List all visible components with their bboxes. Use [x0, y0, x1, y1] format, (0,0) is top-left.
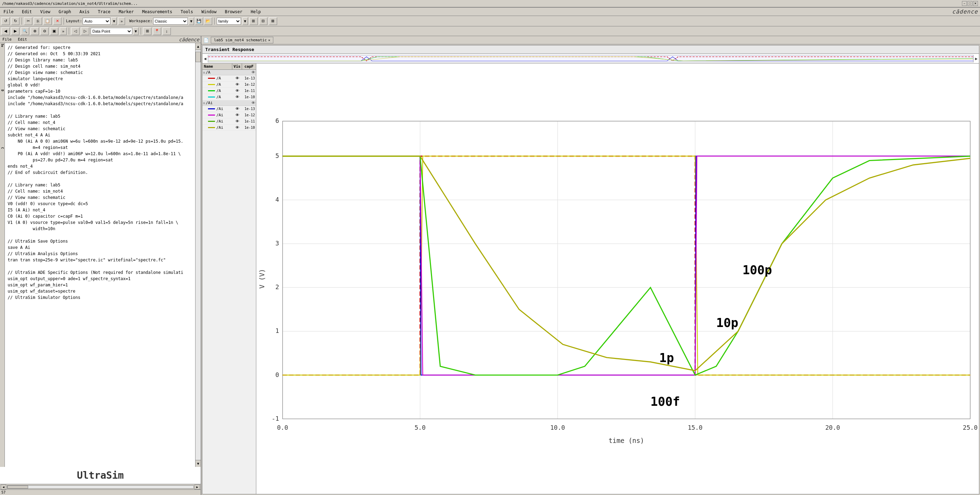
nav-preview[interactable] [208, 55, 974, 62]
maximize-btn[interactable]: □ [967, 1, 972, 6]
menu-help[interactable]: Help [249, 9, 262, 15]
group-Ai-name: /Ai [205, 101, 213, 105]
back-btn[interactable]: ◀ [2, 27, 10, 35]
more-btn2[interactable]: » [60, 27, 67, 35]
svg-text:V (V): V (V) [258, 269, 266, 289]
layout-label: Layout: [66, 19, 82, 23]
menu-file[interactable]: File [2, 9, 15, 15]
menu-browser[interactable]: Browser [223, 9, 244, 15]
icon-btn3[interactable]: ⊠ [269, 17, 277, 25]
signal-row-A-cyan[interactable]: /A 👁 1e-10 [202, 94, 256, 100]
waveform-titlebar: 📄 lab5 sim_not4 schematic ✕ [201, 36, 980, 44]
minimize-btn[interactable]: − [962, 1, 967, 6]
group-Ai-collapse-icon: ⊟ [203, 102, 205, 105]
family-dropdown-btn[interactable]: ▼ [242, 17, 248, 25]
menu-tools[interactable]: Tools [179, 9, 194, 15]
icon-btn2[interactable]: ⊟ [259, 17, 267, 25]
group-A-eye-icon[interactable]: 👁 [251, 70, 255, 75]
nav-right-arrow[interactable]: ▶ [974, 56, 978, 61]
datapoint-select[interactable]: Data Point [91, 28, 132, 35]
delete-btn[interactable]: ✕ [53, 17, 62, 25]
layout-select[interactable]: Auto [83, 18, 110, 25]
right-panel: 📄 lab5 sim_not4 schematic ✕ Transient Re… [201, 36, 980, 495]
menu-measurements[interactable]: Measurements [141, 9, 173, 15]
group-A-name: /A [205, 70, 210, 75]
signal-row-Ai-green2[interactable]: /Ai 👁 1e-11 [202, 118, 256, 125]
workspace-save-btn[interactable]: 💾 [195, 17, 203, 25]
paste-btn[interactable]: 📋 [43, 17, 52, 25]
icon-btn1[interactable]: ⊞ [249, 17, 258, 25]
left-panel: File Edit cādence Su D C // Generated fo… [0, 36, 201, 495]
more-btn1[interactable]: » [118, 17, 125, 25]
left-scrollbar[interactable]: ▲ ▼ [195, 43, 201, 467]
workspace-load-btn[interactable]: 📂 [204, 17, 212, 25]
workspace-select[interactable]: Classic [153, 18, 188, 25]
zoom-out-btn[interactable]: ⊖ [40, 27, 49, 35]
datapoint-wrap: Data Point ▼ [91, 27, 138, 35]
signal-group-A[interactable]: ⊟ /A 👁 [202, 70, 256, 75]
menu-trace[interactable]: Trace [97, 9, 112, 15]
left-menu-edit[interactable]: Edit [17, 37, 29, 42]
workspace-dropdown-btn[interactable]: ▼ [189, 17, 194, 25]
side-indicator-d: D [1, 90, 4, 91]
svg-text:4: 4 [275, 196, 279, 203]
cut-btn[interactable]: ✂ [24, 17, 32, 25]
cadence-logo: cādence [952, 8, 978, 15]
zoom-fit-btn[interactable]: ⊕ [30, 27, 39, 35]
menu-edit[interactable]: Edit [21, 9, 33, 15]
top-menubar: File Edit View Graph Axis Trace Marker M… [0, 8, 980, 16]
group-Ai-eye-icon[interactable]: 👁 [251, 101, 255, 105]
col-vis-header: Vis [232, 63, 242, 70]
signal-group-Ai[interactable]: ⊟ /Ai 👁 [202, 100, 256, 106]
svg-text:5: 5 [275, 152, 279, 159]
marker-btn[interactable]: 📍 [153, 27, 161, 35]
transient-area: Transient Response ◀ [202, 45, 979, 494]
svg-rect-0 [208, 55, 974, 62]
family-select[interactable]: family [217, 18, 241, 25]
left-status-bar: 57 [0, 489, 201, 495]
signal-row-A-green[interactable]: /A 👁 1e-11 [202, 88, 256, 94]
left-menu-file[interactable]: File [2, 37, 13, 42]
menu-axis[interactable]: Axis [78, 9, 91, 15]
pan-right-btn[interactable]: ▷ [81, 27, 89, 35]
window-title: /home/nakasd3/cadence/simulation/sim_not… [2, 2, 961, 6]
zoom-in-btn[interactable]: 🔍 [21, 27, 29, 35]
code-editor[interactable]: // Generated for: spectre // Generated o… [5, 43, 195, 467]
cursor-btn[interactable]: ↕ [162, 27, 171, 35]
tab-close-icon[interactable]: ✕ [268, 38, 270, 42]
signal-row-A-red[interactable]: /A 👁 1e-13 [202, 75, 256, 82]
left-menubar: File Edit cādence [0, 36, 201, 43]
datapoint-dropdown-btn[interactable]: ▼ [133, 27, 138, 35]
menu-window[interactable]: Window [200, 9, 218, 15]
zoom-box-btn[interactable]: ▣ [50, 27, 58, 35]
nav-left-arrow[interactable]: ◀ [203, 56, 207, 61]
svg-rect-1 [256, 113, 979, 445]
menu-view[interactable]: View [39, 9, 52, 15]
svg-text:25.0: 25.0 [963, 424, 978, 431]
workspace-label: Workspace: [129, 19, 152, 23]
signal-list: Name Vis capF ⊟ /A 👁 /A [202, 63, 256, 494]
chart-svg: -1 0 1 2 3 4 5 6 0.0 5.0 10.0 [256, 63, 979, 494]
pan-left-btn[interactable]: ◁ [71, 27, 80, 35]
svg-text:3: 3 [275, 240, 279, 247]
layout-dropdown-btn[interactable]: ▼ [111, 17, 117, 25]
close-btn[interactable]: ✕ [973, 1, 978, 6]
signal-row-Ai-magenta[interactable]: /Ai 👁 1e-12 [202, 112, 256, 118]
redo-btn[interactable]: ↻ [11, 17, 19, 25]
signal-row-Ai-blue[interactable]: /Ai 👁 1e-13 [202, 106, 256, 112]
svg-text:6: 6 [275, 117, 279, 124]
svg-text:1p: 1p [659, 351, 674, 365]
navigator-bar: ◀ ▶ [202, 54, 979, 63]
svg-text:1: 1 [275, 327, 279, 334]
waveform-tab[interactable]: lab5 sim_not4 schematic ✕ [211, 37, 273, 43]
svg-text:time (ns): time (ns) [608, 437, 644, 444]
undo-btn[interactable]: ↺ [2, 17, 10, 25]
copy-btn[interactable]: ⎘ [34, 17, 42, 25]
signal-row-Ai-yellow2[interactable]: /Ai 👁 1e-10 [202, 125, 256, 131]
signal-row-A-yellow[interactable]: /A 👁 1e-12 [202, 82, 256, 88]
forward-btn[interactable]: ▶ [11, 27, 19, 35]
menu-graph[interactable]: Graph [57, 9, 73, 15]
chart-wrapper[interactable]: -1 0 1 2 3 4 5 6 0.0 5.0 10.0 [256, 63, 979, 494]
menu-marker[interactable]: Marker [118, 9, 135, 15]
calc-btn[interactable]: ⊞ [143, 27, 151, 35]
